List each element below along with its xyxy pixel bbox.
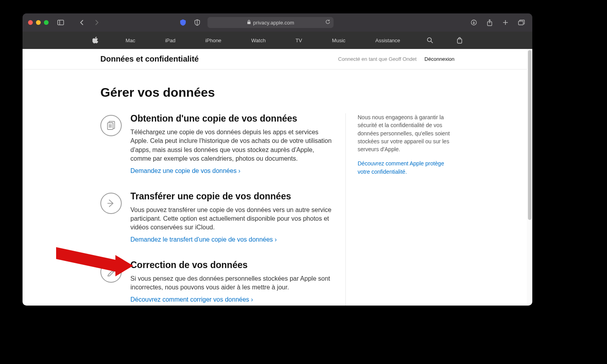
section-body: Vous pouvez transférer une copie de vos … [130, 206, 334, 232]
request-copy-link[interactable]: Demandez une copie de vos données [130, 167, 240, 174]
scrollbar[interactable] [527, 49, 532, 306]
section-title: Transférer une copie de vos données [130, 191, 334, 202]
apple-logo-icon[interactable] [92, 37, 99, 44]
scrollbar-thumb[interactable] [528, 50, 532, 220]
share-button[interactable] [484, 17, 495, 28]
maximize-window-button[interactable] [44, 20, 49, 25]
bag-icon[interactable] [457, 37, 462, 44]
privacy-learn-more-link[interactable]: Découvrez comment Apple protège votre co… [358, 160, 444, 174]
svg-rect-0 [58, 20, 64, 25]
pencil-icon [100, 261, 122, 283]
section-body: Téléchargez une copie de vos données dep… [130, 128, 334, 163]
section-title: Obtention d'une copie de vos données [130, 113, 334, 124]
nav-music[interactable]: Music [329, 38, 349, 43]
minimize-window-button[interactable] [36, 20, 41, 25]
nav-tv[interactable]: TV [292, 38, 305, 43]
downloads-button[interactable] [468, 17, 479, 28]
browser-toolbar: privacy.apple.com [23, 13, 532, 32]
section-get-copy: Obtention d'une copie de vos données Tél… [100, 113, 334, 174]
svg-rect-2 [247, 22, 251, 24]
url-host: privacy.apple.com [253, 20, 294, 26]
sidebar-info: Nous nous engageons à garantir la sécuri… [345, 113, 454, 306]
svg-point-10 [428, 38, 432, 42]
address-bar[interactable]: privacy.apple.com [207, 17, 334, 28]
back-button[interactable] [76, 17, 87, 28]
svg-line-18 [112, 271, 113, 272]
tabs-overview-button[interactable] [516, 17, 527, 28]
page-content: Données et confidentialité Connecté en t… [23, 49, 532, 306]
local-title: Données et confidentialité [100, 54, 199, 64]
reload-button[interactable] [325, 19, 330, 26]
svg-rect-12 [457, 39, 462, 43]
section-correct: Correction de vos données Si vous pensez… [100, 260, 334, 303]
svg-line-11 [431, 41, 433, 43]
lock-icon [247, 20, 251, 26]
local-header: Données et confidentialité Connecté en t… [23, 49, 532, 69]
forward-button[interactable] [91, 17, 102, 28]
correct-data-link[interactable]: Découvrez comment corriger vos données [130, 296, 253, 303]
nav-mac[interactable]: Mac [123, 38, 139, 43]
nav-assistance[interactable]: Assistance [372, 38, 403, 43]
sidebar-text: Nous nous engageons à garantir la sécuri… [358, 113, 454, 153]
search-icon[interactable] [427, 37, 433, 43]
signout-link[interactable]: Déconnexion [424, 56, 454, 62]
nav-watch[interactable]: Watch [248, 38, 269, 43]
close-window-button[interactable] [28, 20, 33, 25]
global-nav: Mac iPad iPhone Watch TV Music Assistanc… [23, 32, 532, 49]
nav-iphone[interactable]: iPhone [202, 38, 224, 43]
request-transfer-link[interactable]: Demandez le transfert d'une copie de vos… [130, 236, 277, 243]
page-heading: Gérer vos données [100, 85, 454, 100]
extension-icon-1[interactable] [177, 17, 189, 28]
section-body: Si vous pensez que des données personnel… [130, 274, 334, 292]
section-transfer: Transférer une copie de vos données Vous… [100, 191, 334, 243]
nav-ipad[interactable]: iPad [162, 38, 179, 43]
new-tab-button[interactable] [500, 17, 511, 28]
signed-in-label: Connecté en tant que Geoff Ondet [338, 56, 417, 62]
browser-window: privacy.apple.com [23, 13, 532, 306]
privacy-report-icon[interactable] [192, 17, 203, 28]
window-controls [28, 20, 49, 25]
sidebar-toggle-button[interactable] [55, 17, 66, 28]
copy-icon [100, 115, 122, 136]
svg-rect-9 [518, 21, 523, 25]
transfer-icon [100, 193, 122, 214]
section-title: Correction de vos données [130, 260, 334, 270]
